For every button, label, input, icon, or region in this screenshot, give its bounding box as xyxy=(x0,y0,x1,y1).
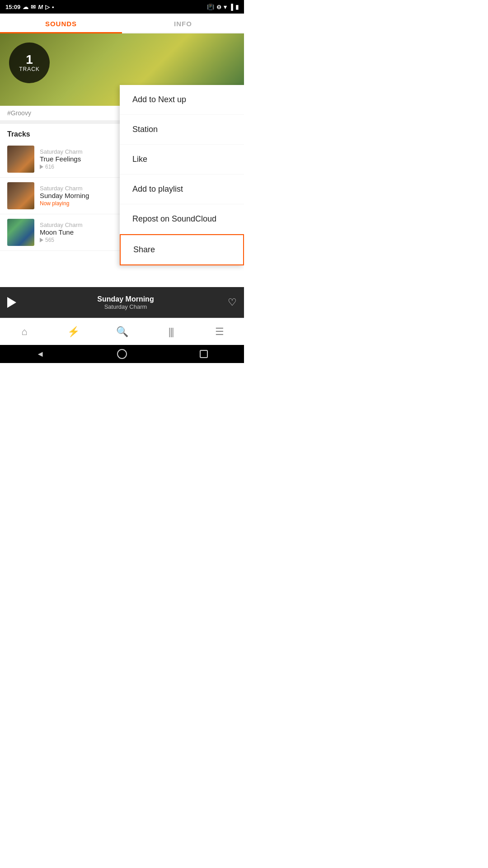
dnd-icon: ⊖ xyxy=(216,4,221,10)
recents-button[interactable] xyxy=(200,350,208,358)
system-nav: ◄ xyxy=(0,345,244,363)
bottom-nav: ⌂ ⚡ 🔍 ||| ☰ xyxy=(0,318,244,345)
stream-icon: ⚡ xyxy=(67,326,80,338)
signal-icon: ▐ xyxy=(229,4,233,10)
search-icon: 🔍 xyxy=(116,326,128,338)
status-left: 15:09 ☁ ✉ M ▷ • xyxy=(5,4,54,10)
now-playing-bar: Sunday Morning Saturday Charm ♡ xyxy=(0,287,244,318)
play-button[interactable] xyxy=(7,297,16,308)
back-button[interactable]: ◄ xyxy=(36,349,44,359)
context-repost[interactable]: Repost on SoundCloud xyxy=(120,204,244,234)
tab-info[interactable]: INFO xyxy=(122,14,244,33)
context-add-playlist[interactable]: Add to playlist xyxy=(120,175,244,204)
wifi-icon: ▾ xyxy=(224,4,227,10)
context-share[interactable]: Share xyxy=(120,234,244,265)
play-triangle-icon xyxy=(7,297,16,308)
medium-icon: M xyxy=(38,4,43,10)
tab-sounds[interactable]: SOUNDS xyxy=(0,14,122,33)
track-thumbnail xyxy=(7,182,34,209)
soundcloud-icon: ☁ xyxy=(23,4,28,10)
track-label: TRACK xyxy=(19,66,40,72)
nav-search[interactable]: 🔍 xyxy=(98,326,146,338)
nav-more[interactable]: ☰ xyxy=(195,326,244,338)
track-number: 1 xyxy=(26,53,33,66)
menu-icon: ☰ xyxy=(215,326,224,338)
gmail-icon: ✉ xyxy=(31,4,36,10)
context-add-next-up[interactable]: Add to Next up xyxy=(120,85,244,115)
context-like[interactable]: Like xyxy=(120,145,244,175)
status-bar: 15:09 ☁ ✉ M ▷ • 📳 ⊖ ▾ ▐ ▮ xyxy=(0,0,244,14)
now-playing-text: Now playing xyxy=(40,200,69,207)
context-menu: Add to Next up Station Like Add to playl… xyxy=(120,85,244,265)
nav-library[interactable]: ||| xyxy=(146,326,195,338)
play-count: 565 xyxy=(45,237,54,243)
context-station[interactable]: Station xyxy=(120,115,244,145)
track-thumbnail xyxy=(7,146,34,173)
vibrate-icon: 📳 xyxy=(207,4,214,10)
play-icon xyxy=(40,238,43,242)
track-thumbnail xyxy=(7,219,34,246)
nav-stream[interactable]: ⚡ xyxy=(49,326,98,338)
like-button[interactable]: ♡ xyxy=(228,297,237,308)
battery-icon: ▮ xyxy=(235,4,239,10)
nav-home[interactable]: ⌂ xyxy=(0,326,49,338)
status-right: 📳 ⊖ ▾ ▐ ▮ xyxy=(207,4,239,10)
home-icon: ⌂ xyxy=(21,326,27,338)
now-playing-info: Sunday Morning Saturday Charm xyxy=(23,295,228,310)
play-icon xyxy=(40,165,43,169)
play-count: 616 xyxy=(45,164,54,170)
tabs-bar: SOUNDS INFO xyxy=(0,14,244,33)
now-playing-artist: Saturday Charm xyxy=(23,303,228,310)
home-button[interactable] xyxy=(117,349,127,359)
paperplane-icon: ▷ xyxy=(45,4,50,10)
now-playing-title: Sunday Morning xyxy=(23,295,228,303)
track-count-badge: 1 TRACK xyxy=(9,42,50,83)
library-icon: ||| xyxy=(168,326,173,338)
status-time: 15:09 xyxy=(5,4,20,10)
dot-icon: • xyxy=(52,4,54,10)
